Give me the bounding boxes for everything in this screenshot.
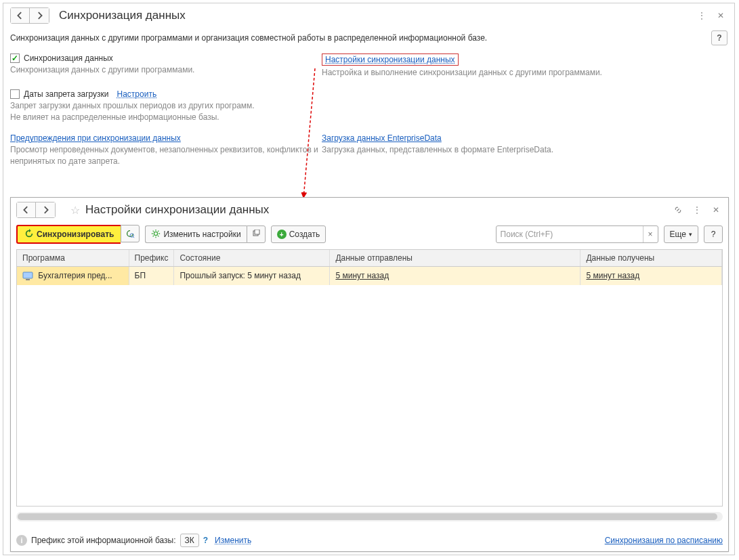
table-row[interactable]: Бухгалтерия пред... БП Прошлый запуск: 5… [17, 267, 722, 285]
svg-line-2 [133, 236, 135, 238]
horizontal-scrollbar[interactable] [16, 512, 723, 521]
footer-prefix-label: Префикс этой информационной базы: [31, 536, 176, 545]
warnings-link[interactable]: Предупреждения при синхронизации данных [10, 133, 181, 143]
plus-icon: + [277, 230, 287, 239]
sync-settings-link[interactable]: Настройки синхронизации данных [322, 53, 459, 66]
kebab-menu-icon[interactable]: ⋮ [695, 9, 709, 22]
favorite-star-icon[interactable]: ☆ [70, 204, 80, 217]
col-received[interactable]: Данные получены [580, 250, 722, 267]
cell-received[interactable]: 5 минут назад [586, 271, 639, 280]
sync-button[interactable]: Синхронизировать [16, 225, 121, 244]
cell-sent[interactable]: 5 минут назад [335, 271, 389, 280]
page-description: Синхронизация данных с другими программа… [10, 33, 711, 43]
enterprise-link[interactable]: Загрузка данных EnterpriseData [322, 133, 442, 143]
warnings-hint: Просмотр непроведенных документов, незап… [10, 144, 322, 167]
inner-kebab-icon[interactable]: ⋮ [690, 203, 704, 217]
col-prefix[interactable]: Префикс [129, 250, 174, 267]
gear-icon [151, 229, 161, 240]
page-title: Синхронизация данных [59, 9, 186, 22]
chevron-down-icon: ▾ [689, 231, 692, 238]
link-icon[interactable] [671, 203, 685, 217]
change-settings-button[interactable]: Изменить настройки [145, 225, 246, 243]
inner-title: Настройки синхронизации данных [85, 203, 269, 217]
cell-prefix: БП [129, 267, 174, 285]
sync-hint: Синхронизация данных с другими программа… [10, 64, 322, 76]
svg-rect-5 [255, 230, 259, 234]
schedule-link[interactable]: Синхронизация по расписанию [605, 536, 723, 545]
help-button[interactable]: ? [711, 30, 727, 45]
popup-icon [252, 230, 260, 240]
footer-prefix-value: ЗК [180, 534, 199, 547]
footer-change-link[interactable]: Изменить [215, 536, 251, 545]
toolbar-help-button[interactable]: ? [704, 225, 723, 243]
create-button-label: Создать [289, 230, 320, 239]
svg-point-3 [154, 232, 158, 235]
sync-button-label: Синхронизировать [37, 230, 114, 239]
back-button[interactable] [11, 8, 30, 23]
inner-back-button[interactable] [17, 202, 36, 217]
inner-forward-button[interactable] [36, 202, 55, 217]
sync-checkbox-label: Синхронизация данных [24, 53, 113, 63]
sync-settings-hint: Настройка и выполнение синхронизации дан… [322, 67, 727, 79]
footer-help-icon[interactable]: ? [203, 536, 208, 545]
app-icon [22, 272, 33, 281]
cell-state: Прошлый запуск: 5 минут назад [174, 267, 330, 285]
search-input[interactable] [497, 226, 643, 242]
popup-button[interactable] [247, 225, 266, 243]
help-label: ? [711, 230, 716, 239]
search-clear-button[interactable]: × [643, 226, 658, 242]
create-button[interactable]: + Создать [271, 225, 326, 243]
change-settings-label: Изменить настройки [163, 230, 240, 239]
sync-search-button[interactable] [121, 225, 140, 242]
ban-hint: Запрет загрузки данных прошлых периодов … [10, 100, 322, 123]
refresh-icon [24, 229, 34, 240]
inner-close-icon[interactable]: ✕ [709, 203, 723, 217]
enterprise-hint: Загрузка данных, представленных в формат… [322, 144, 727, 156]
col-state[interactable]: Состояние [174, 250, 330, 267]
cell-program: Бухгалтерия пред... [38, 271, 112, 280]
close-icon[interactable]: ✕ [714, 9, 727, 22]
info-icon: i [16, 535, 27, 546]
ban-dates-checkbox[interactable] [10, 89, 20, 99]
more-button-label: Еще [670, 230, 686, 239]
ban-dates-label: Даты запрета загрузки [24, 89, 109, 99]
col-sent[interactable]: Данные отправлены [330, 250, 580, 267]
ban-configure-link[interactable]: Настроить [117, 89, 157, 99]
col-program[interactable]: Программа [17, 250, 129, 267]
svg-rect-7 [26, 279, 30, 280]
sync-checkbox[interactable] [10, 53, 20, 63]
forward-button[interactable] [30, 8, 49, 23]
more-button[interactable]: Еще ▾ [664, 225, 698, 243]
svg-rect-6 [23, 272, 33, 278]
